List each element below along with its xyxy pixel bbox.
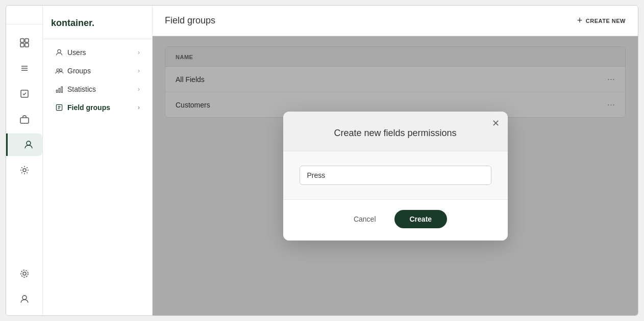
create-new-label: CREATE NEW [586, 18, 626, 24]
modal-body [283, 151, 508, 199]
svg-point-9 [27, 141, 31, 145]
menu-item-field-groups[interactable]: Field groups › [47, 98, 148, 117]
svg-rect-17 [56, 90, 57, 93]
nav-icon-briefcase[interactable] [13, 108, 36, 130]
create-new-button[interactable]: + CREATE NEW [577, 15, 626, 26]
plus-icon: + [577, 15, 583, 26]
modal-footer: Cancel Create [283, 199, 508, 240]
svg-rect-19 [61, 87, 62, 92]
cancel-button[interactable]: Cancel [343, 211, 386, 227]
main-content: Field groups + CREATE NEW NAME All Field… [153, 6, 638, 315]
modal-header: Create new fields permissions [283, 112, 508, 151]
svg-point-14 [58, 49, 61, 52]
svg-rect-18 [59, 88, 60, 92]
modal-title: Create new fields permissions [334, 128, 456, 138]
icon-sidebar [6, 6, 43, 315]
nav-icon-grid[interactable] [13, 32, 36, 54]
app-container: kontainer. Users › Groups [6, 5, 638, 316]
modal-name-input[interactable] [300, 166, 491, 185]
sub-sidebar: kontainer. Users › Groups [43, 6, 153, 315]
svg-rect-2 [20, 43, 24, 47]
menu-item-users[interactable]: Users › [47, 43, 148, 62]
svg-rect-1 [25, 39, 29, 42]
content-area: NAME All Fields ··· Customers ··· Create… [153, 36, 638, 315]
svg-point-13 [22, 296, 27, 300]
svg-point-12 [23, 272, 26, 275]
logo-area [6, 11, 42, 24]
page-title: Field groups [165, 15, 215, 26]
nav-icon-list[interactable] [13, 57, 36, 79]
svg-point-15 [57, 69, 59, 71]
svg-rect-8 [20, 118, 29, 123]
menu-users-label: Users [67, 48, 86, 57]
svg-point-11 [21, 270, 28, 277]
modal-dialog: Create new fields permissions ✕ Cancel C… [283, 112, 508, 240]
app-logo: kontainer. [43, 16, 152, 31]
nav-icon-target[interactable] [13, 262, 36, 285]
svg-point-16 [60, 69, 62, 71]
svg-rect-0 [20, 39, 24, 42]
chevron-icon: › [138, 104, 140, 111]
top-bar: Field groups + CREATE NEW [153, 6, 638, 36]
menu-item-groups[interactable]: Groups › [47, 62, 148, 80]
menu-statistics-label: Statistics [67, 85, 96, 93]
menu-groups-label: Groups [67, 67, 91, 75]
nav-icon-check[interactable] [13, 83, 36, 105]
chevron-icon: › [138, 86, 140, 93]
nav-icon-gear[interactable] [13, 159, 36, 181]
menu-field-groups-label: Field groups [67, 103, 110, 112]
modal-overlay: Create new fields permissions ✕ Cancel C… [153, 36, 638, 315]
chevron-icon: › [138, 67, 140, 74]
svg-point-10 [23, 169, 26, 172]
nav-icon-user[interactable] [6, 133, 42, 156]
modal-close-button[interactable]: ✕ [492, 118, 500, 129]
svg-rect-3 [25, 43, 29, 47]
create-button[interactable]: Create [394, 210, 448, 228]
menu-item-statistics[interactable]: Statistics › [47, 80, 148, 98]
nav-icon-profile[interactable] [13, 288, 36, 310]
chevron-icon: › [138, 49, 140, 56]
